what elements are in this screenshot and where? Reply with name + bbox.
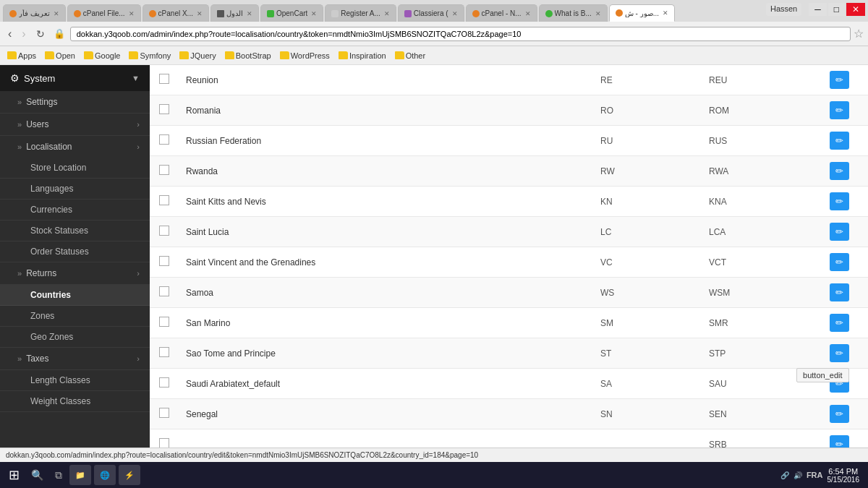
tab-5-close[interactable]: ✕ [311,10,317,17]
tab-8[interactable]: cPanel - N... ✕ [466,4,537,22]
tab-1-close[interactable]: ✕ [54,10,59,17]
tab-2-label: cPanel File... [83,9,125,17]
tab-9[interactable]: What is B... ✕ [539,4,608,22]
bookmark-inspiration[interactable]: Inspiration [336,50,389,61]
weight-classes-label: Weight Classes [30,396,90,406]
sidebar-item-localisation[interactable]: » Localisation › [0,136,150,158]
row-checkbox[interactable] [159,165,169,175]
edit-button[interactable]: ✏ [830,132,849,150]
back-button[interactable]: ‹ [4,27,15,40]
bookmark-other-label: Other [406,51,426,60]
tab-9-label: What is B... [555,9,592,17]
tab-10[interactable]: صور - ش... ✕ [609,4,675,22]
tab-7-close[interactable]: ✕ [452,10,458,17]
bookmark-bootstrap-label: BootStrap [236,51,271,60]
sidebar-subitem-stock-statuses[interactable]: Stock Statuses [0,221,150,241]
open-folder-icon [45,51,54,59]
search-button[interactable]: 🔍 [25,466,49,484]
edit-button[interactable]: ✏ [830,314,849,332]
edit-button[interactable]: ✏ [830,283,849,301]
sidebar-subitem-geo-zones[interactable]: Geo Zones [0,327,150,348]
tab-5-label: OpenCart [276,9,307,17]
sidebar-item-users[interactable]: » Users › [0,114,150,136]
row-checkbox[interactable] [159,347,169,357]
tab-7[interactable]: Classiera ( ✕ [398,4,464,22]
edit-button[interactable]: ✏ [830,71,849,89]
bookmark-apps[interactable]: Apps [4,50,39,61]
edit-button[interactable]: ✏ [830,162,849,180]
bookmark-open[interactable]: Open [42,50,78,61]
tab-1[interactable]: تعريف فأر ✕ [3,4,66,22]
table-row: Russian FederationRURUS✏ [150,126,868,156]
sidebar-system-header[interactable]: ⚙ System ▼ [0,65,150,91]
bookmark-google[interactable]: Google [81,50,123,61]
tab-2[interactable]: cPanel File... ✕ [67,4,141,22]
bookmark-wordpress[interactable]: WordPress [277,50,333,61]
tab-3-close[interactable]: ✕ [197,10,203,17]
restore-button[interactable]: □ [828,3,845,16]
row-checkbox[interactable] [159,317,169,327]
bookmark-bootstrap[interactable]: BootStrap [222,50,274,61]
tab-3[interactable]: cPanel X... ✕ [142,4,209,22]
edit-button[interactable]: ✏ [830,101,849,119]
sidebar-item-taxes[interactable]: » Taxes › [0,348,150,370]
sidebar-subitem-order-statuses[interactable]: Order Statuses [0,241,150,262]
close-button[interactable]: ✕ [846,3,865,16]
bookmark-other[interactable]: Other [392,50,429,61]
task-view-button[interactable]: ⧉ [49,466,68,484]
sidebar-subitem-languages[interactable]: Languages [0,179,150,200]
row-checkbox[interactable] [159,256,169,266]
edit-button[interactable]: ✏ [830,405,849,423]
tab-4-label: الدول [226,9,243,17]
tab-4-close[interactable]: ✕ [247,10,252,17]
edit-button[interactable]: ✏ [830,192,849,210]
taskbar-chrome-button[interactable]: 🌐 [94,465,116,485]
sidebar-item-settings[interactable]: » Settings [0,91,150,114]
row-checkbox[interactable] [159,438,169,448]
edit-button[interactable]: ✏ [830,344,849,362]
taskbar-file-button[interactable]: 📁 [69,465,91,485]
tab-2-close[interactable]: ✕ [129,10,135,17]
tab-6[interactable]: Register A... ✕ [325,4,396,22]
address-bar[interactable] [70,27,851,41]
tab-9-close[interactable]: ✕ [595,10,601,17]
edit-button[interactable]: ✏ [830,223,849,241]
country-name: Saint Lucia [179,217,593,247]
refresh-button[interactable]: ↻ [33,28,48,40]
country-iso2 [593,429,702,448]
sidebar-subitem-weight-classes[interactable]: Weight Classes [0,391,150,412]
tab-5[interactable]: OpenCart ✕ [260,4,323,22]
minimize-button[interactable]: ─ [809,3,827,16]
bookmark-jquery[interactable]: JQuery [176,50,218,61]
tab-10-close[interactable]: ✕ [663,9,668,17]
taskbar-app-button[interactable]: ⚡ [119,465,140,485]
tab-6-close[interactable]: ✕ [384,10,390,17]
taskbar-date: 5/15/2016 [827,476,860,484]
row-checkbox[interactable] [159,74,169,84]
tab-8-close[interactable]: ✕ [525,10,531,17]
sidebar-subitem-store-location[interactable]: Store Location [0,158,150,179]
bookmark-symfony[interactable]: Symfony [126,50,174,61]
start-button[interactable]: ⊞ [3,464,25,486]
row-checkbox[interactable] [159,195,169,205]
country-iso2: SA [593,369,702,399]
tab-4[interactable]: الدول ✕ [210,4,259,22]
sidebar-subitem-currencies[interactable]: Currencies [0,200,150,221]
sidebar-item-returns[interactable]: » Returns › [0,262,150,285]
sidebar-subitem-countries[interactable]: Countries [0,285,150,306]
row-checkbox[interactable] [159,104,169,114]
row-checkbox[interactable] [159,377,169,388]
edit-button[interactable]: ✏ [830,253,849,271]
row-checkbox[interactable] [159,286,169,296]
row-checkbox[interactable] [159,226,169,236]
row-checkbox[interactable] [159,134,169,145]
row-checkbox[interactable] [159,408,169,418]
forward-button[interactable]: › [18,27,29,40]
sidebar-subitem-length-classes[interactable]: Length Classes [0,370,150,391]
bookmark-star-icon[interactable]: ☆ [854,27,864,40]
country-iso2: RE [593,65,702,95]
edit-button[interactable]: ✏ [830,435,849,448]
sidebar-subitem-zones[interactable]: Zones [0,306,150,327]
country-iso2: RO [593,95,702,126]
taxes-chevron-icon: » [17,354,22,363]
